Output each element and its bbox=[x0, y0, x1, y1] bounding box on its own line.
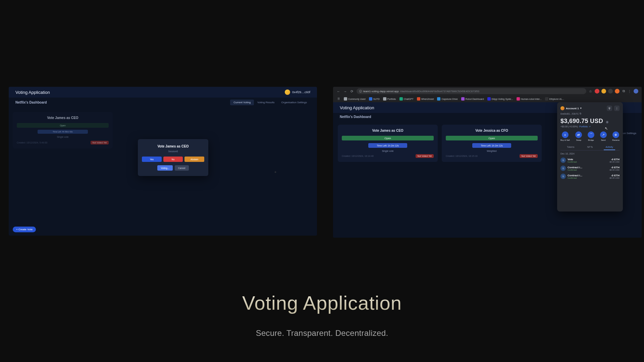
wallet-action-label: Send bbox=[601, 139, 606, 141]
balance-value: $3,690.75 USD bbox=[560, 118, 603, 124]
wallet-action[interactable]: ± Buy & Sell bbox=[560, 131, 570, 141]
cancel-button[interactable]: Cancel bbox=[175, 165, 189, 171]
menu-icon[interactable]: ⋮ bbox=[628, 89, 632, 93]
wallet-tab-activity[interactable]: Activity bbox=[604, 144, 615, 150]
tab-current-voting[interactable]: Current Voting bbox=[230, 100, 254, 105]
more-icon[interactable]: ⋮ bbox=[614, 106, 620, 111]
wallet-action-icon: ⌒ bbox=[588, 131, 594, 138]
tx-row[interactable]: ⎘ Contract i... Confirmed -0 ETH -$0.00 … bbox=[560, 164, 620, 172]
star-icon[interactable]: ☆ bbox=[589, 89, 592, 93]
tab-org-settings-partial[interactable]: ion Settings bbox=[622, 132, 636, 135]
wallet-action[interactable]: ⊕ Receive bbox=[612, 131, 620, 141]
app-title: Voting Application bbox=[15, 90, 50, 95]
screenshot-left: Voting Application 0x4f29....c60f Netfli… bbox=[9, 87, 317, 236]
voting-button[interactable]: Voting... bbox=[157, 165, 172, 171]
vote-modal: Vote James as CEO Session0 Yes No Abstai… bbox=[138, 139, 208, 176]
bookmark-label: Robot Dashboard bbox=[466, 98, 484, 100]
bookmark-icon bbox=[461, 97, 465, 101]
portfolio-link[interactable]: Portfolio bbox=[579, 125, 588, 128]
hero-subtitle: Secure. Transparent. Decentralized. bbox=[256, 328, 388, 338]
wallet-action[interactable]: ↗ Send bbox=[600, 131, 607, 141]
reload-icon[interactable]: ⟳ bbox=[350, 89, 354, 93]
yes-button[interactable]: Yes bbox=[142, 157, 162, 162]
eye-icon[interactable]: ◉ bbox=[606, 120, 609, 124]
not-voted-badge: Not Voted Yet bbox=[416, 154, 434, 158]
bookmark-icon bbox=[417, 97, 420, 101]
bookmark-item[interactable]: Commonly Used bbox=[344, 97, 366, 101]
tx-status: Confirmed bbox=[568, 169, 582, 171]
tx-name: Vote bbox=[568, 158, 577, 161]
account-name: Account 1 bbox=[566, 107, 579, 110]
bookmark-item[interactable]: Human-robot inter... bbox=[517, 97, 542, 101]
bookmark-icon bbox=[517, 97, 520, 101]
no-button[interactable]: No bbox=[163, 157, 183, 162]
balance-row: $3,690.75 USD ◉ bbox=[560, 118, 620, 125]
created-label: Created: 10/12/2024, 5:46:00 bbox=[17, 141, 47, 144]
vote-card[interactable]: Vote James as CEO Open Time Left: 1h 2m … bbox=[338, 125, 438, 162]
vote-type-label: Weighted bbox=[446, 150, 538, 152]
wallet-action-label: Buy & Sell bbox=[560, 139, 570, 141]
copy-icon[interactable]: ⧉ bbox=[580, 112, 581, 115]
wallet-tab-tokens[interactable]: Tokens bbox=[565, 144, 576, 150]
external-link-icon[interactable]: ↗ bbox=[589, 125, 591, 128]
app-title: Voting Application bbox=[340, 105, 374, 110]
tx-row[interactable]: ⎘ Vote Confirmed -0 ETH -$0.00 USD bbox=[560, 156, 620, 164]
wallet-action-icon: ± bbox=[562, 131, 569, 138]
tx-name: Contract i... bbox=[568, 166, 582, 169]
tx-row[interactable]: ⎘ Contract i... Confirmed -0 ETH -$0.00 … bbox=[560, 172, 620, 180]
vote-card[interactable]: Vote James as CEO Open Time Left: 4h 59m… bbox=[13, 112, 113, 148]
bookmark-item[interactable]: When2meet bbox=[417, 97, 434, 101]
url-bar[interactable]: ⓘ team1-voting-dapp.vercel.app/dashboard… bbox=[357, 88, 586, 94]
tx-usd: -$0.00 USD bbox=[609, 177, 620, 179]
back-icon[interactable]: ← bbox=[336, 89, 340, 93]
metamask-icon[interactable] bbox=[615, 89, 620, 94]
extension-icon[interactable] bbox=[608, 89, 613, 94]
bookmark-item[interactable]: ChatGPT bbox=[399, 97, 414, 101]
bookmark-item[interactable]: Portfolio bbox=[383, 97, 396, 101]
bookmark-icon bbox=[369, 97, 372, 101]
profile-icon[interactable] bbox=[634, 89, 638, 94]
bookmark-item[interactable]: Ethplorer AL... bbox=[545, 97, 564, 101]
site-info-icon[interactable]: ⓘ bbox=[359, 89, 362, 93]
bookmark-item[interactable]: Robot Dashboard bbox=[461, 97, 484, 101]
bookmark-label: Portfolio bbox=[387, 98, 396, 100]
wallet-address-row[interactable]: 0xe0c8G...53b7C ⧉ bbox=[560, 112, 620, 115]
bookmark-item[interactable]: Capstone Drive bbox=[437, 97, 458, 101]
tx-amount: -0 ETH bbox=[609, 166, 620, 169]
bookmark-item[interactable]: DApp Voting Syste... bbox=[487, 97, 513, 101]
create-vote-button[interactable]: + Create Vote bbox=[13, 227, 36, 232]
bookmark-label: ChatGPT bbox=[404, 98, 414, 100]
forward-icon[interactable]: → bbox=[343, 89, 347, 93]
wallet-tab-nfts[interactable]: NFTs bbox=[585, 144, 595, 150]
tx-date-header: Dec 10, 2024 bbox=[560, 153, 620, 155]
tx-usd: -$0.00 USD bbox=[609, 169, 620, 171]
card-footer: Created: 10/12/2024, 5:46:00 Not Voted Y… bbox=[17, 141, 109, 144]
tx-status: Confirmed bbox=[568, 161, 577, 163]
screenshot-right: ← → ⟳ ⓘ team1-voting-dapp.vercel.app/das… bbox=[333, 87, 642, 238]
url-host: team1-voting-dapp.vercel.app bbox=[363, 90, 399, 93]
bookmark-label: Commonly Used bbox=[348, 98, 366, 100]
vote-type-label: Single vote bbox=[17, 136, 109, 138]
tx-icon: ⎘ bbox=[560, 174, 566, 179]
apps-icon[interactable]: ⠿ bbox=[336, 97, 340, 101]
vote-card[interactable]: Vote Jessica as CFO Open Time Left: 1h 2… bbox=[442, 125, 542, 162]
wallet-chip[interactable]: 0x4f29....c60f bbox=[285, 89, 310, 95]
tab-voting-results[interactable]: Voting Results bbox=[254, 100, 278, 105]
modal-action-row: Voting... Cancel bbox=[142, 165, 204, 171]
connect-icon[interactable]: ⚲ bbox=[607, 106, 612, 111]
tab-org-settings[interactable]: Organisation Settings bbox=[278, 100, 311, 105]
abstain-button[interactable]: Abstain bbox=[184, 157, 204, 162]
hero-title: Voting Application bbox=[242, 292, 402, 314]
account-selector[interactable]: Account 1 ▾ bbox=[560, 106, 582, 110]
tx-status: Confirmed bbox=[568, 177, 582, 179]
extension-icon[interactable] bbox=[601, 89, 606, 94]
vote-type-label: Single vote bbox=[342, 150, 434, 152]
wallet-popup-header: Account 1 ▾ ⚲ ⋮ bbox=[560, 106, 620, 111]
modal-title: Vote James as CEO bbox=[142, 144, 204, 148]
extension-icon[interactable] bbox=[595, 89, 599, 94]
wallet-action[interactable]: ⌒ Bridge bbox=[588, 131, 594, 141]
created-label: Created: 10/12/2024, 10:15:16 bbox=[446, 155, 478, 157]
bookmark-item[interactable]: SUTD bbox=[369, 97, 380, 101]
wallet-action[interactable]: ⇄ Swap bbox=[575, 131, 582, 141]
extensions-icon[interactable]: ⧉ bbox=[622, 89, 626, 93]
